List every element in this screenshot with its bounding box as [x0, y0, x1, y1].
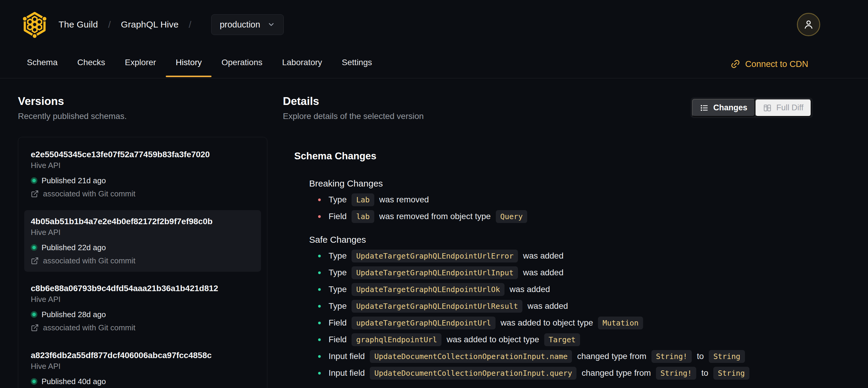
change-item: Type UpdateTargetGraphQLEndpointUrlInput… — [309, 264, 813, 281]
tab-list: SchemaChecksExplorerHistoryOperationsLab… — [17, 58, 382, 78]
version-git-link[interactable]: associated with Git commit — [31, 189, 254, 198]
code-chip: updateTargetGraphQLEndpointUrl — [351, 317, 496, 329]
changes-view-button[interactable]: Changes — [692, 99, 755, 117]
hive-logo-icon[interactable] — [22, 11, 48, 38]
safe-changes-group: Safe Changes Type UpdateTargetGraphQLEnd… — [309, 235, 813, 381]
code-chip: Mutation — [598, 317, 643, 329]
change-text: was added to object type — [444, 335, 541, 345]
tab-laboratory[interactable]: Laboratory — [272, 58, 332, 78]
versions-panel: Versions Recently published schemas. e2e… — [18, 96, 267, 388]
version-service: Hive API — [31, 362, 254, 371]
version-item[interactable]: 4b05ab51b1b4a7e2e4b0ef82172f2b9f7ef98c0b… — [24, 210, 261, 272]
version-published: Published 40d ago — [31, 377, 254, 386]
version-hash: a823f6db2a55df877dcf406006abca97fcc4858c — [31, 351, 254, 360]
code-chip: UpdateTargetGraphQLEndpointUrlInput — [351, 266, 518, 279]
version-service: Hive API — [31, 295, 254, 304]
change-text: was added — [525, 301, 568, 311]
connect-to-cdn-label: Connect to CDN — [745, 59, 808, 69]
change-text: was added — [521, 268, 563, 277]
bullet-icon — [318, 199, 321, 201]
tab-history[interactable]: History — [166, 58, 212, 78]
published-dot-icon — [31, 311, 37, 318]
user-avatar[interactable] — [797, 13, 820, 36]
change-item: Type UpdateTargetGraphQLEndpointUrlError… — [309, 247, 813, 264]
target-selector[interactable]: production — [211, 14, 284, 35]
version-hash: 4b05ab51b1b4a7e2e4b0ef82172f2b9f7ef98c0b — [31, 217, 254, 226]
versions-title: Versions — [18, 96, 267, 107]
version-service: Hive API — [31, 228, 254, 237]
change-text: Type — [329, 195, 349, 205]
version-item[interactable]: a823f6db2a55df877dcf406006abca97fcc4858c… — [24, 344, 261, 388]
tab-schema[interactable]: Schema — [17, 58, 67, 78]
bullet-icon — [318, 372, 321, 375]
change-text: changed type from — [579, 368, 653, 378]
change-text: was removed — [377, 195, 429, 205]
breadcrumb-org[interactable]: The Guild — [59, 20, 98, 30]
code-chip: String! — [656, 367, 696, 380]
change-text: Field — [329, 212, 349, 221]
change-item: Type UpdateTargetGraphQLEndpointUrlResul… — [309, 298, 813, 315]
published-label: Published 22d ago — [41, 243, 106, 252]
change-text: changed type from — [575, 352, 648, 361]
change-item: Type UpdateTargetGraphQLEndpointUrlOk wa… — [309, 281, 813, 298]
code-chip: lab — [351, 210, 374, 223]
change-text: Type — [329, 301, 349, 311]
external-link-icon — [31, 324, 39, 332]
bullet-icon — [318, 355, 321, 358]
breadcrumb-project[interactable]: GraphQL Hive — [121, 20, 179, 30]
safe-changes-list: Type UpdateTargetGraphQLEndpointUrlError… — [309, 247, 813, 381]
change-text: Field — [329, 335, 349, 345]
published-dot-icon — [31, 244, 37, 251]
code-chip: String! — [651, 350, 692, 363]
change-item: Type Lab was removed — [309, 191, 813, 208]
version-git-link[interactable]: associated with Git commit — [31, 323, 254, 332]
version-item[interactable]: c8b6e88a06793b9c4dfd54aaa21b36a1b421d812… — [24, 277, 261, 339]
version-git-link[interactable]: associated with Git commit — [31, 256, 254, 265]
code-chip: String — [713, 367, 749, 380]
breadcrumb-separator: / — [189, 19, 191, 30]
full-diff-view-button[interactable]: Full Diff — [755, 99, 811, 117]
breadcrumb-separator: / — [108, 19, 111, 30]
change-text: was added to object type — [498, 318, 595, 328]
change-text: Input field — [329, 368, 367, 378]
change-item: Input field UpdateDocumentCollectionOper… — [309, 365, 813, 381]
breaking-changes-title: Breaking Changes — [309, 179, 813, 188]
change-text: was added — [521, 251, 563, 261]
details-subtitle: Explore details of the selected version — [283, 112, 424, 121]
change-text: Type — [329, 268, 349, 277]
bullet-icon — [318, 322, 321, 324]
tab-checks[interactable]: Checks — [67, 58, 115, 78]
git-commit-label: associated with Git commit — [43, 189, 135, 198]
connect-to-cdn-button[interactable]: Connect to CDN — [730, 59, 808, 78]
external-link-icon — [31, 257, 39, 265]
code-chip: UpdateTargetGraphQLEndpointUrlResult — [351, 300, 522, 313]
app-header: The Guild / GraphQL Hive / production — [0, 0, 868, 40]
version-published: Published 22d ago — [31, 243, 254, 252]
tab-explorer[interactable]: Explorer — [115, 58, 166, 78]
person-icon — [803, 19, 814, 30]
change-item: Field updateTargetGraphQLEndpointUrl was… — [309, 315, 813, 331]
bullet-icon — [318, 255, 321, 257]
bullet-icon — [318, 305, 321, 307]
tab-settings[interactable]: Settings — [332, 58, 382, 78]
version-hash: e2e55045345ce13fe07f52a77459b83fa3fe7020 — [31, 150, 254, 159]
details-header: Details Explore details of the selected … — [283, 96, 813, 121]
change-text: Input field — [329, 352, 367, 361]
published-dot-icon — [31, 177, 37, 184]
target-selector-value: production — [220, 20, 260, 30]
version-hash: c8b6e88a06793b9c4dfd54aaa21b36a1b421d812 — [31, 284, 254, 293]
change-item: Field graphqlEndpointUrl was added to ob… — [309, 331, 813, 348]
safe-changes-title: Safe Changes — [309, 235, 813, 244]
tab-operations[interactable]: Operations — [212, 58, 272, 78]
full-diff-view-label: Full Diff — [776, 103, 804, 112]
version-list: e2e55045345ce13fe07f52a77459b83fa3fe7020… — [18, 137, 267, 388]
version-item[interactable]: e2e55045345ce13fe07f52a77459b83fa3fe7020… — [24, 143, 261, 205]
breaking-changes-list: Type Lab was removedField lab was remove… — [309, 191, 813, 225]
git-commit-label: associated with Git commit — [43, 323, 135, 332]
versions-subtitle: Recently published schemas. — [18, 112, 267, 121]
code-chip: UpdateTargetGraphQLEndpointUrlOk — [351, 283, 504, 296]
code-chip: Query — [496, 210, 527, 223]
version-service: Hive API — [31, 161, 254, 170]
code-chip: UpdateDocumentCollectionOperationInput.q… — [370, 367, 577, 380]
bullet-icon — [318, 215, 321, 218]
